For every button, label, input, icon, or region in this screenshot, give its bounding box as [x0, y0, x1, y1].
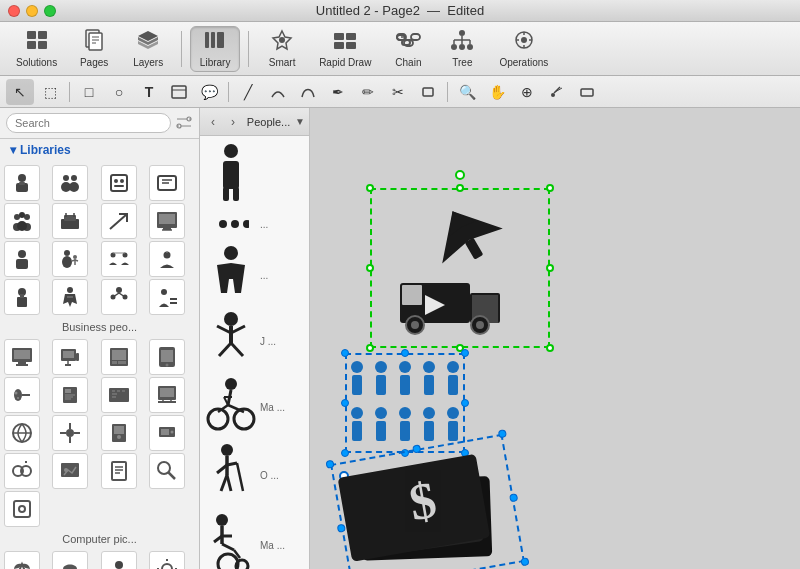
tool-eraser[interactable] — [573, 79, 601, 105]
tool-marquee[interactable]: ⬚ — [36, 79, 64, 105]
close-button[interactable] — [8, 5, 20, 17]
maximize-button[interactable] — [44, 5, 56, 17]
lib-icon[interactable] — [4, 203, 40, 239]
lib-icon[interactable] — [4, 165, 40, 201]
list-item[interactable]: J ... — [200, 308, 309, 374]
dropdown-arrow-icon[interactable]: ▼ — [295, 116, 305, 127]
lib-icon[interactable] — [52, 241, 88, 277]
rotation-handle[interactable] — [455, 170, 465, 180]
tool-dropper[interactable] — [543, 79, 571, 105]
lib-icon[interactable] — [52, 165, 88, 201]
lib-icon[interactable] — [4, 279, 40, 315]
list-item[interactable]: O ... — [200, 440, 309, 511]
lib-icon[interactable] — [101, 241, 137, 277]
lib-icon[interactable] — [52, 551, 88, 569]
lib-icon[interactable] — [149, 415, 185, 451]
delivery-group[interactable] — [370, 188, 550, 348]
lib-icon[interactable] — [52, 415, 88, 451]
lib-icon[interactable] — [52, 279, 88, 315]
lib-icon[interactable] — [52, 377, 88, 413]
toolbar-layers[interactable]: Layers — [123, 26, 173, 72]
minimize-button[interactable] — [26, 5, 38, 17]
lib-icon[interactable] — [101, 415, 137, 451]
svg-rect-0 — [27, 31, 36, 39]
tool-arc[interactable] — [264, 79, 292, 105]
tool-zoom[interactable]: 🔍 — [453, 79, 481, 105]
svg-rect-124 — [112, 350, 126, 360]
lib-icon[interactable] — [4, 415, 40, 451]
lib-icon[interactable] — [149, 377, 185, 413]
nav-forward[interactable]: › — [224, 113, 242, 131]
toolbar-library[interactable]: Library — [190, 26, 240, 72]
money-group[interactable]: $ — [330, 434, 525, 569]
search-input[interactable] — [6, 113, 171, 133]
tool-pen[interactable]: ✒ — [324, 79, 352, 105]
tool-container[interactable] — [165, 79, 193, 105]
nav-back[interactable]: ‹ — [204, 113, 222, 131]
lib-icon[interactable] — [149, 165, 185, 201]
lib-icon[interactable] — [52, 453, 88, 489]
list-item[interactable]: Ma ... — [200, 374, 309, 440]
libraries-header[interactable]: ▾ Libraries — [0, 139, 199, 161]
tool-text[interactable]: T — [135, 79, 163, 105]
list-item[interactable]: Ma ... — [200, 511, 309, 569]
tool-hand[interactable]: ✋ — [483, 79, 511, 105]
svg-point-38 — [459, 44, 465, 50]
tool-line[interactable]: ╱ — [234, 79, 262, 105]
toolbar-operations[interactable]: Operations — [491, 26, 556, 72]
lib-icon[interactable] — [4, 453, 40, 489]
lib-icon[interactable] — [4, 339, 40, 375]
lib-icon[interactable] — [101, 203, 137, 239]
svg-point-104 — [67, 287, 73, 293]
toolbar-tree[interactable]: Tree — [437, 26, 487, 72]
list-item[interactable]: ... — [200, 206, 309, 242]
lib-icon[interactable] — [101, 551, 137, 569]
lib-icon[interactable] — [101, 279, 137, 315]
svg-point-270 — [423, 407, 435, 419]
lib-icon[interactable] — [4, 551, 40, 569]
toolbar-chain[interactable]: Chain — [383, 26, 433, 72]
list-item[interactable]: ... — [200, 242, 309, 308]
toolbar-smart[interactable]: Smart — [257, 26, 307, 72]
svg-rect-17 — [217, 32, 224, 48]
tool-ellipse[interactable]: ○ — [105, 79, 133, 105]
filter-icon[interactable] — [175, 114, 193, 132]
tool-crop[interactable] — [414, 79, 442, 105]
library-icon — [203, 29, 227, 55]
lib-icon[interactable] — [149, 203, 185, 239]
people-group[interactable] — [345, 353, 465, 453]
tool-scissors[interactable]: ✂ — [384, 79, 412, 105]
svg-rect-85 — [159, 214, 175, 224]
lib-icon[interactable] — [101, 453, 137, 489]
tool-callout[interactable]: 💬 — [195, 79, 223, 105]
list-item[interactable] — [200, 140, 309, 206]
tool-sep-2 — [228, 82, 229, 102]
tool-pencil[interactable]: ✏ — [354, 79, 382, 105]
lib-icon[interactable] — [101, 339, 137, 375]
lib-icon[interactable] — [101, 377, 137, 413]
lib-icon[interactable] — [149, 279, 185, 315]
toolbar-pages[interactable]: Pages — [69, 26, 119, 72]
lib-icon[interactable] — [101, 165, 137, 201]
svg-rect-48 — [423, 88, 433, 96]
tool-stamp[interactable]: ⊕ — [513, 79, 541, 105]
lib-icon[interactable] — [4, 491, 40, 527]
svg-rect-209 — [223, 187, 229, 201]
lib-icon[interactable] — [149, 453, 185, 489]
rapiddraw-label: Rapid Draw — [319, 57, 371, 68]
canvas-area[interactable]: $ — [310, 108, 800, 569]
lib-icon[interactable] — [149, 241, 185, 277]
lib-icon[interactable] — [52, 203, 88, 239]
lib-icon[interactable] — [149, 551, 185, 569]
lib-icon[interactable] — [4, 377, 40, 413]
tool-select[interactable]: ↖ — [6, 79, 34, 105]
tool-bezier[interactable] — [294, 79, 322, 105]
lib-icon[interactable] — [52, 339, 88, 375]
svg-rect-22 — [334, 42, 344, 49]
toolbar-solutions[interactable]: Solutions — [8, 26, 65, 72]
lib-icon[interactable] — [4, 241, 40, 277]
tool-rect[interactable]: □ — [75, 79, 103, 105]
lib-icon[interactable] — [149, 339, 185, 375]
toolbar-rapiddraw[interactable]: Rapid Draw — [311, 26, 379, 72]
svg-point-156 — [66, 429, 74, 437]
